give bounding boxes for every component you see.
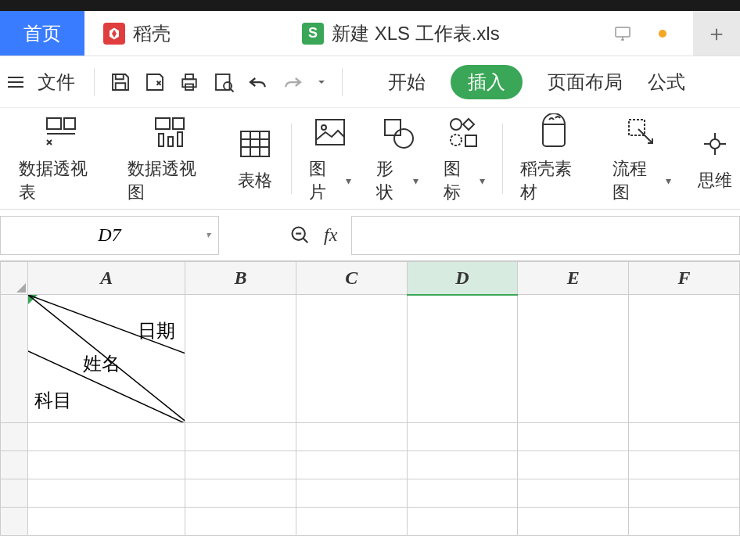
ribbon-icon[interactable]: 图标▾ [431,113,498,204]
display-icon[interactable] [613,24,632,43]
cell[interactable] [407,479,518,508]
name-box[interactable]: D7 ▾ [0,216,219,255]
cell[interactable] [518,423,629,451]
menu-insert[interactable]: 插入 [451,65,523,99]
select-all-corner[interactable] [1,262,28,295]
ribbon-pivot-chart[interactable]: 数据透视图 [115,113,224,204]
spreadsheet-grid[interactable]: A B C D E F 日期 姓名 科目 [0,261,740,536]
row-header-5[interactable] [1,508,28,536]
cell[interactable] [629,295,740,423]
ribbon-flowchart[interactable]: 流程图▾ [600,113,684,204]
tab-home[interactable]: 首页 [0,11,84,56]
menu-start[interactable]: 开始 [388,70,426,95]
ribbon-picture[interactable]: 图片▾ [296,113,364,204]
cell[interactable] [185,479,296,508]
formula-input[interactable] [351,216,740,255]
col-header-e[interactable]: E [518,262,629,295]
cell[interactable] [296,295,407,423]
col-header-a[interactable]: A [28,262,185,295]
col-header-b[interactable]: B [185,262,296,295]
cell[interactable] [28,508,185,536]
cell[interactable] [518,451,629,479]
col-header-f[interactable]: F [629,262,740,295]
menu-formula[interactable]: 公式 [648,70,685,95]
cell[interactable] [28,451,185,479]
print-icon[interactable] [178,70,201,94]
ribbon-docer-material[interactable]: 稻壳素材 [508,113,600,204]
row-header-2[interactable] [1,423,28,451]
ribbon-label: 图片▾ [309,157,351,204]
divider [502,124,503,194]
header-subject: 科目 [34,388,72,413]
cell[interactable] [185,295,296,423]
cell[interactable] [518,295,629,423]
header-date: 日期 [138,318,175,343]
svg-rect-7 [64,118,75,129]
status-dot [659,30,666,38]
cell[interactable] [407,295,518,423]
cell-a1[interactable]: 日期 姓名 科目 [28,295,185,423]
svg-point-15 [322,125,326,130]
svg-rect-1 [182,79,196,87]
cell[interactable] [296,508,407,536]
cell[interactable] [185,508,296,536]
redo-icon[interactable] [281,70,304,94]
ribbon-table[interactable]: 表格 [224,125,286,192]
cell[interactable] [296,479,407,508]
cell[interactable] [629,451,740,479]
undo-icon[interactable] [246,70,270,94]
tab-file[interactable]: S 新建 XLS 工作表.xls [283,11,519,56]
fx-label[interactable]: fx [324,224,337,246]
cell[interactable] [407,423,518,451]
menu-page-layout[interactable]: 页面布局 [548,70,623,95]
col-header-d[interactable]: D [407,262,518,295]
divider [94,68,95,96]
cell[interactable] [296,451,407,479]
cell[interactable] [629,423,740,451]
ribbon-label: 图标▾ [444,157,486,204]
dropdown-caret-icon[interactable]: ▾ [206,229,210,241]
cell[interactable] [185,451,296,479]
ribbon-label: 稻壳素材 [520,157,587,204]
save-icon[interactable] [109,70,132,94]
tab-docer[interactable]: 稻壳 [84,11,189,56]
ribbon-label: 思维 [698,169,732,192]
cell[interactable] [28,479,185,508]
row-header-3[interactable] [1,451,28,479]
cell[interactable] [296,423,407,451]
cell[interactable] [629,508,740,536]
svg-rect-20 [465,135,476,146]
svg-rect-8 [156,118,170,129]
ribbon: 数据透视表 数据透视图 表格 图片▾ 形状▾ 图标▾ 稻壳素材 [0,108,740,210]
ribbon-mindmap[interactable]: 思维 [684,125,734,192]
svg-rect-0 [616,27,630,37]
cell[interactable] [28,423,185,451]
ribbon-shape[interactable]: 形状▾ [364,113,431,204]
quick-toolbar: 文件 开始 插入 页面布局 公式 [0,56,740,108]
row-header-1[interactable] [1,295,28,423]
mindmap-icon [696,125,734,163]
cell[interactable] [185,423,296,451]
shape-icon [379,113,416,151]
picture-icon [311,113,349,151]
hamburger-menu-icon[interactable] [5,74,27,91]
svg-rect-12 [178,132,182,146]
row-header-4[interactable] [1,479,28,508]
cell[interactable] [407,508,518,536]
new-tab-button[interactable]: ＋ [693,11,740,56]
dropdown-caret-icon[interactable] [315,76,328,88]
zoom-out-icon[interactable] [289,224,311,246]
cell[interactable] [518,508,629,536]
cell[interactable] [407,451,518,479]
docer-icon [103,23,125,45]
file-menu[interactable]: 文件 [38,70,75,95]
ribbon-pivot-table[interactable]: 数据透视表 [6,113,115,204]
col-header-c[interactable]: C [296,262,407,295]
pivot-table-icon [42,113,80,151]
cell[interactable] [518,479,629,508]
preview-icon[interactable] [212,70,235,94]
save-as-icon[interactable] [143,70,167,94]
cell[interactable] [629,479,740,508]
svg-point-17 [394,129,413,148]
divider [342,68,343,96]
